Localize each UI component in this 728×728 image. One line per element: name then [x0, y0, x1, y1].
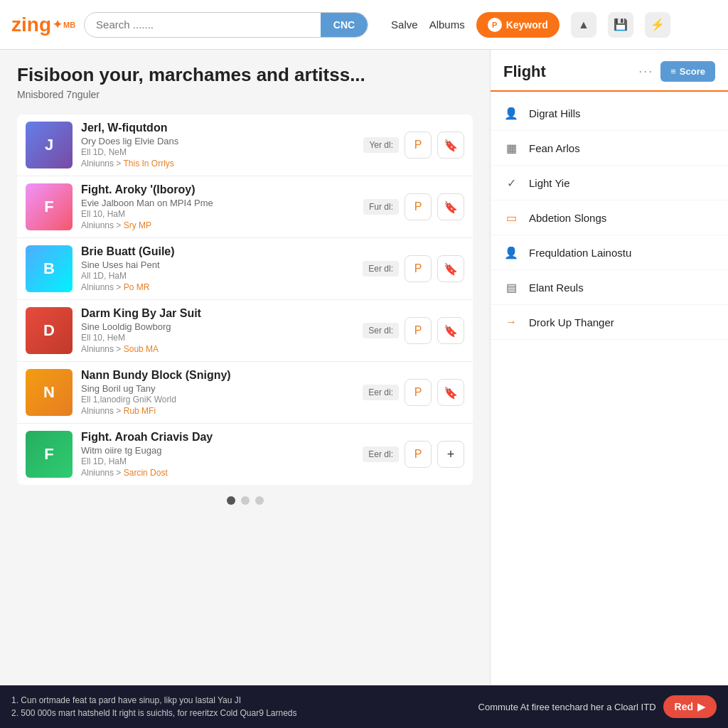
save-icon-button[interactable]: 💾 [608, 12, 633, 38]
song-item: J Jerl, W-fiqutdon Ory Does lig Elvie Da… [17, 114, 473, 176]
song-info: Nann Bundy Block (Snigny) Sing Boril ug … [81, 369, 354, 416]
logo: zing ✦ MB [11, 14, 75, 36]
song-title: Fight. Aroah Criavis Day [81, 431, 354, 444]
right-menu-item[interactable]: ▤ Elant Reuls [491, 270, 728, 305]
footer-line1: 1. Cun ortmade feat ta pard have sinup, … [11, 694, 464, 707]
song-item: N Nann Bundy Block (Snigny) Sing Boril u… [17, 362, 473, 424]
song-thumbnail: F [26, 183, 73, 230]
filter-icon-button[interactable]: ⚡ [645, 12, 670, 38]
right-menu-item[interactable]: 👤 Digrat Hills [491, 96, 728, 131]
header-nav: Salve Albums P Keyword ▲ 💾 ⚡ [391, 12, 670, 38]
song-actions: Yer dl: P 🔖 [363, 132, 464, 159]
score-icon: ≡ [670, 66, 676, 77]
menu-item-label: Drork Up Thanger [529, 316, 614, 328]
song-album: Alniunns > Soub MA [81, 344, 354, 354]
song-bookmark-button[interactable]: 🔖 [437, 132, 464, 159]
song-meta: All 1D, HaM [81, 271, 354, 281]
song-artist: Sine Looldig Bowborg [81, 321, 354, 332]
song-add-button[interactable]: + [437, 441, 464, 468]
red-button[interactable]: Red ▶ [663, 695, 717, 718]
song-play-button[interactable]: P [405, 441, 432, 468]
right-menu-item[interactable]: 👤 Frequldation Lainostu [491, 235, 728, 270]
pagination-dot[interactable] [241, 496, 250, 505]
song-title: Brie Buatt (Guile) [81, 245, 354, 258]
song-info: Fight. Aroky '(Iboroy) Evie Jalboon Man … [81, 183, 355, 230]
right-menu-item[interactable]: → Drork Up Thanger [491, 305, 728, 340]
song-meta: Ell 1D, HaM [81, 456, 354, 466]
keyword-button[interactable]: P Keyword [476, 12, 560, 38]
song-thumbnail: B [26, 245, 73, 292]
song-play-button[interactable]: P [405, 255, 432, 282]
song-album: Alniunns > Rub MFi [81, 406, 354, 416]
song-title: Jerl, W-fiqutdon [81, 122, 355, 134]
score-button[interactable]: ≡ Score [660, 61, 715, 82]
nav-salve[interactable]: Salve [391, 18, 418, 31]
right-menu-item[interactable]: ▭ Abdetion Slongs [491, 200, 728, 235]
song-thumbnail: D [26, 307, 73, 354]
song-bookmark-button[interactable]: 🔖 [437, 255, 464, 282]
song-meta: Ell 1D, NeM [81, 147, 355, 157]
footer-left: 1. Cun ortmade feat ta pard have sinup, … [11, 694, 464, 719]
menu-item-label: Digrat Hills [529, 107, 581, 119]
page-title: Fisiboon your, marchames and artitss... [17, 64, 473, 86]
menu-item-icon: 👤 [503, 105, 519, 121]
menu-item-icon: ▦ [503, 140, 519, 156]
song-artist: Sine Uses hai Pent [81, 259, 354, 270]
song-album: Alniunns > Sarcin Dost [81, 468, 354, 478]
song-actions: Eer dl: P + [363, 441, 464, 468]
pagination-dot[interactable] [227, 496, 235, 505]
song-thumbnail: F [26, 431, 73, 478]
footer-cta: Commute At firee tenchard her a Cloarl I… [478, 702, 656, 712]
song-action-label: Eer dl: [363, 446, 399, 462]
search-input[interactable] [85, 13, 321, 36]
header: zing ✦ MB CNC Salve Albums P Keyword ▲ 💾… [0, 0, 728, 50]
pagination [17, 485, 473, 510]
song-artist: Evie Jalboon Man on MPI4 Pme [81, 198, 355, 208]
song-artist: Witm oiire tg Eugag [81, 445, 354, 456]
song-play-button[interactable]: P [405, 132, 432, 159]
keyword-label: Keyword [506, 19, 548, 31]
song-action-label: Eer di: [363, 385, 399, 400]
song-actions: Eer di: P 🔖 [363, 379, 464, 406]
song-action-label: Fur dl: [363, 199, 399, 215]
song-title: Nann Bundy Block (Snigny) [81, 369, 354, 382]
nav-albums[interactable]: Albums [429, 18, 465, 31]
song-list: J Jerl, W-fiqutdon Ory Does lig Elvie Da… [17, 114, 473, 485]
menu-item-icon: 👤 [503, 245, 519, 260]
song-bookmark-button[interactable]: 🔖 [437, 379, 464, 406]
red-btn-play-icon: ▶ [697, 701, 705, 712]
song-artist: Sing Boril ug Tany [81, 383, 354, 394]
song-bookmark-button[interactable]: 🔖 [437, 317, 464, 344]
logo-mb: MB [63, 21, 75, 29]
cnc-button[interactable]: CNC [321, 13, 368, 37]
song-title: Fight. Aroky '(Iboroy) [81, 183, 355, 196]
pagination-dot[interactable] [255, 496, 264, 505]
red-btn-label: Red [675, 701, 693, 712]
song-info: Fight. Aroah Criavis Day Witm oiire tg E… [81, 431, 354, 478]
song-play-button[interactable]: P [405, 317, 432, 344]
song-meta: Ell 1,lanodirg GniK World [81, 395, 354, 405]
keyword-p-icon: P [488, 18, 502, 32]
footer-line2: 2. 500 000s mart hatsheld lt right is su… [11, 707, 464, 719]
logo-text: zing [11, 14, 51, 36]
song-info: Brie Buatt (Guile) Sine Uses hai Pent Al… [81, 245, 354, 292]
menu-item-label: Abdetion Slongs [529, 212, 606, 224]
right-menu-item[interactable]: ▦ Fean Arlos [491, 131, 728, 166]
upload-icon-button[interactable]: ▲ [571, 12, 596, 38]
menu-item-icon: ✓ [503, 175, 519, 191]
right-panel-header: Flight ··· ≡ Score [491, 50, 728, 92]
right-menu: 👤 Digrat Hills ▦ Fean Arlos ✓ Light Yie … [491, 92, 728, 344]
search-bar: CNC [84, 12, 368, 38]
right-menu-item[interactable]: ✓ Light Yie [491, 166, 728, 200]
left-panel: Fisiboon your, marchames and artitss... … [0, 50, 490, 685]
song-bookmark-button[interactable]: 🔖 [437, 193, 464, 220]
song-item: B Brie Buatt (Guile) Sine Uses hai Pent … [17, 238, 473, 300]
song-play-button[interactable]: P [405, 193, 432, 220]
song-actions: Fur dl: P 🔖 [363, 193, 464, 220]
song-artist: Ory Does lig Elvie Dans [81, 136, 355, 146]
song-action-label: Eer dl: [363, 261, 399, 277]
song-meta: Ell 10, HaM [81, 209, 355, 219]
song-play-button[interactable]: P [405, 379, 432, 406]
song-item: F Fight. Aroah Criavis Day Witm oiire tg… [17, 424, 473, 485]
menu-item-label: Fean Arlos [529, 142, 580, 154]
